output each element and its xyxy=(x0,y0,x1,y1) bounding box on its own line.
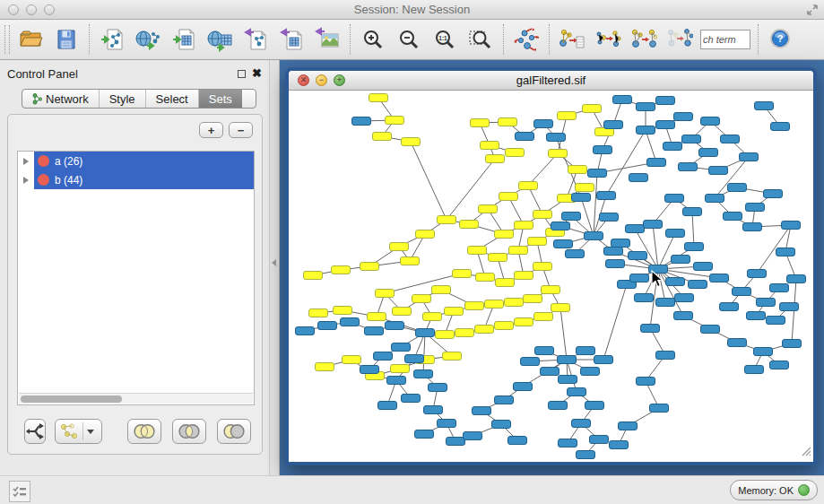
graph-node[interactable] xyxy=(505,299,524,307)
graph-node[interactable] xyxy=(685,243,704,251)
graph-node[interactable] xyxy=(572,420,591,428)
graph-node[interactable] xyxy=(728,184,747,192)
graph-node[interactable] xyxy=(334,307,352,315)
graph-node[interactable] xyxy=(378,402,397,410)
graph-node[interactable] xyxy=(495,396,514,404)
graph-node[interactable] xyxy=(656,97,675,105)
graph-node[interactable] xyxy=(733,288,751,296)
graph-node[interactable] xyxy=(551,222,570,230)
graph-node[interactable] xyxy=(675,294,694,302)
graph-node[interactable] xyxy=(387,377,406,385)
graph-node[interactable] xyxy=(606,260,625,268)
graph-node[interactable] xyxy=(534,313,553,321)
graph-node[interactable] xyxy=(445,308,464,316)
graph-node[interactable] xyxy=(637,378,655,386)
graph-node[interactable] xyxy=(343,356,361,364)
graph-node[interactable] xyxy=(650,404,669,413)
graph-node[interactable] xyxy=(683,208,702,216)
graph-node[interactable] xyxy=(549,150,568,158)
graph-node[interactable] xyxy=(720,303,739,311)
select-first-neighbors-directed-button[interactable] xyxy=(626,22,662,57)
graph-node[interactable] xyxy=(644,221,663,229)
graph-node[interactable] xyxy=(506,149,525,157)
graph-node[interactable] xyxy=(689,281,707,289)
graph-node[interactable] xyxy=(635,294,654,302)
graph-node[interactable] xyxy=(664,143,682,151)
select-first-neighbors-faded-button[interactable] xyxy=(662,22,698,57)
graph-node[interactable] xyxy=(471,119,490,127)
graph-node[interactable] xyxy=(770,361,789,369)
zoom-in-button[interactable] xyxy=(355,22,391,57)
graph-node[interactable] xyxy=(386,117,404,125)
graph-node[interactable] xyxy=(401,257,420,265)
graph-node[interactable] xyxy=(572,194,591,202)
export-table-button[interactable] xyxy=(273,22,309,57)
graph-node[interactable] xyxy=(679,163,698,171)
memory-status-button[interactable]: Memory: OK xyxy=(730,480,818,500)
graph-node[interactable] xyxy=(549,402,568,410)
graph-node[interactable] xyxy=(782,222,801,230)
graph-node[interactable] xyxy=(508,437,527,445)
graph-node[interactable] xyxy=(566,250,585,258)
graph-node[interactable] xyxy=(524,295,542,303)
graph-node[interactable] xyxy=(438,420,456,428)
scrollbar-thumb[interactable] xyxy=(21,395,122,403)
graph-node[interactable] xyxy=(721,135,740,143)
graph-node[interactable] xyxy=(386,322,404,330)
graph-node[interactable] xyxy=(360,366,379,374)
import-table-from-url-button[interactable] xyxy=(202,22,238,57)
graph-node[interactable] xyxy=(590,436,609,444)
graph-node[interactable] xyxy=(743,223,762,231)
graph-node[interactable] xyxy=(776,248,795,256)
add-set-button[interactable]: + xyxy=(199,122,223,138)
graph-node[interactable] xyxy=(492,421,511,429)
graph-node[interactable] xyxy=(641,325,660,333)
create-set-from-network-button[interactable] xyxy=(55,419,102,444)
graph-node[interactable] xyxy=(414,370,433,378)
graph-node[interactable] xyxy=(481,142,499,150)
close-panel-icon[interactable]: ✖ xyxy=(252,69,262,78)
difference-sets-button[interactable] xyxy=(217,419,251,444)
graph-node[interactable] xyxy=(423,313,442,321)
graph-node[interactable] xyxy=(637,126,655,135)
graph-node[interactable] xyxy=(699,149,718,157)
graph-node[interactable] xyxy=(694,263,713,271)
graph-node[interactable] xyxy=(764,190,783,198)
graph-node[interactable] xyxy=(637,103,655,111)
graph-node[interactable] xyxy=(309,309,328,317)
zoom-out-button[interactable] xyxy=(391,22,427,57)
help-button[interactable]: ? xyxy=(768,28,792,51)
graph-node[interactable] xyxy=(577,451,595,459)
graph-node[interactable] xyxy=(597,192,616,200)
graph-node[interactable] xyxy=(473,407,491,415)
graph-node[interactable] xyxy=(393,308,412,316)
graph-node[interactable] xyxy=(499,118,517,126)
graph-node[interactable] xyxy=(495,230,514,239)
graph-node[interactable] xyxy=(496,279,515,287)
graph-node[interactable] xyxy=(630,274,649,282)
graph-node[interactable] xyxy=(547,134,566,142)
dropdown-caret-icon[interactable] xyxy=(87,430,94,434)
graph-node[interactable] xyxy=(666,230,685,238)
graph-node[interactable] xyxy=(405,355,424,363)
graph-node[interactable] xyxy=(604,248,623,256)
graph-node[interactable] xyxy=(392,343,411,352)
graph-node[interactable] xyxy=(558,356,577,364)
graph-node[interactable] xyxy=(629,174,648,182)
graph-node[interactable] xyxy=(424,406,443,414)
graph-node[interactable] xyxy=(724,213,742,221)
graph-node[interactable] xyxy=(757,299,776,307)
import-table-from-file-button[interactable] xyxy=(166,22,202,57)
graph-node[interactable] xyxy=(416,329,435,337)
select-first-neighbors-partial-button[interactable] xyxy=(590,22,626,57)
graph-node[interactable] xyxy=(453,270,472,278)
graph-node[interactable] xyxy=(368,313,386,321)
graph-node[interactable] xyxy=(429,384,447,392)
set-row-a[interactable]: a (26) xyxy=(18,152,254,170)
graph-node[interactable] xyxy=(755,102,774,110)
graph-node[interactable] xyxy=(594,356,613,364)
task-history-button[interactable] xyxy=(9,481,30,502)
graph-node[interactable] xyxy=(479,205,498,213)
graph-node[interactable] xyxy=(701,117,720,126)
graph-node[interactable] xyxy=(746,204,765,212)
